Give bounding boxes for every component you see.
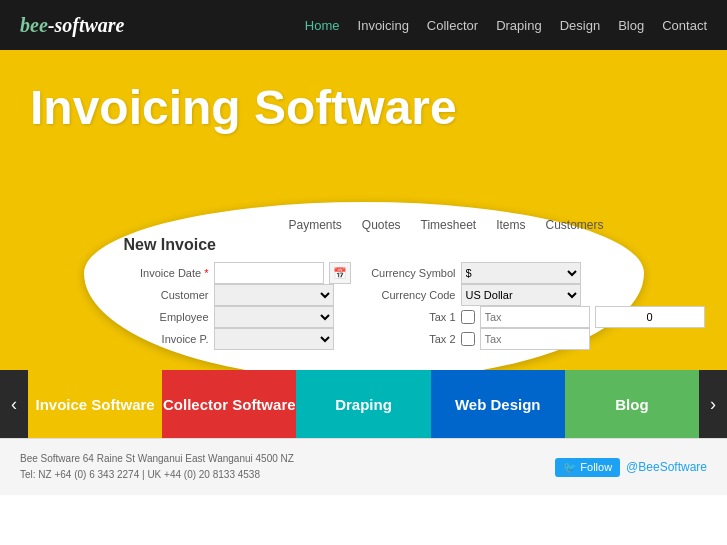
- select-invoice-p[interactable]: [214, 328, 334, 350]
- nav-contact[interactable]: Contact: [662, 18, 707, 33]
- tile-draping[interactable]: Draping: [296, 370, 430, 438]
- tab-timesheet[interactable]: Timesheet: [421, 218, 477, 232]
- logo-bee: bee: [20, 14, 48, 36]
- tile-invoice[interactable]: Invoice Software: [28, 370, 162, 438]
- tile-collector[interactable]: Collector Software: [162, 370, 296, 438]
- tiles-bar: ‹ Invoice Software Collector Software Dr…: [0, 370, 727, 438]
- label-currency-symbol: Currency Symbol: [366, 267, 456, 279]
- select-employee[interactable]: [214, 306, 334, 328]
- bubble-tabs: Payments Quotes Timesheet Items Customer…: [114, 212, 614, 236]
- tab-payments[interactable]: Payments: [289, 218, 342, 232]
- label-currency-code: Currency Code: [366, 289, 456, 301]
- field-invoice-date: Invoice Date * 📅: [119, 262, 351, 284]
- nav-home[interactable]: Home: [305, 18, 340, 33]
- input-invoice-date[interactable]: [214, 262, 324, 284]
- footer-address: Bee Software 64 Raine St Wanganui East W…: [20, 451, 294, 483]
- address-line1: Bee Software 64 Raine St Wanganui East W…: [20, 451, 294, 467]
- select-customer[interactable]: [214, 284, 334, 306]
- label-employee: Employee: [119, 311, 209, 323]
- invoice-form: Invoice Date * 📅 Customer Employee Invoi…: [114, 262, 614, 350]
- address-line2: Tel: NZ +64 (0) 6 343 2274 | UK +44 (0) …: [20, 467, 294, 483]
- tile-webdesign[interactable]: Web Design: [431, 370, 565, 438]
- form-title: New Invoice: [114, 236, 614, 254]
- label-tax2: Tax 2: [366, 333, 456, 345]
- tile-blog[interactable]: Blog: [565, 370, 699, 438]
- nav-draping[interactable]: Draping: [496, 18, 542, 33]
- field-invoice-p: Invoice P.: [119, 328, 351, 350]
- field-tax2: Tax 2: [366, 328, 705, 350]
- select-currency-symbol[interactable]: $: [461, 262, 581, 284]
- form-col-left: Invoice Date * 📅 Customer Employee Invoi…: [119, 262, 351, 350]
- follow-button[interactable]: 🐦 Follow: [555, 458, 620, 477]
- footer: Bee Software 64 Raine St Wanganui East W…: [0, 438, 727, 495]
- field-customer: Customer: [119, 284, 351, 306]
- tab-customers[interactable]: Customers: [545, 218, 603, 232]
- label-tax1: Tax 1: [366, 311, 456, 323]
- checkbox-tax1[interactable]: [461, 310, 475, 324]
- calendar-icon[interactable]: 📅: [329, 262, 351, 284]
- hero-title: Invoicing Software: [0, 50, 727, 145]
- footer-social: 🐦 Follow @BeeSoftware: [555, 458, 707, 477]
- input-tax1-pct[interactable]: [595, 306, 705, 328]
- form-col-right: Currency Symbol $ Currency Code US Dolla…: [366, 262, 705, 350]
- main-nav: Home Invoicing Collector Draping Design …: [305, 18, 707, 33]
- input-tax2[interactable]: [480, 328, 590, 350]
- field-tax1: Tax 1: [366, 306, 705, 328]
- tab-items[interactable]: Items: [496, 218, 525, 232]
- nav-design[interactable]: Design: [560, 18, 600, 33]
- prev-arrow[interactable]: ‹: [0, 370, 28, 438]
- twitter-bird-icon: 🐦: [563, 461, 577, 474]
- bubble-content: Payments Quotes Timesheet Items Customer…: [84, 202, 644, 370]
- select-currency-code[interactable]: US Dollar: [461, 284, 581, 306]
- header: bee-software Home Invoicing Collector Dr…: [0, 0, 727, 50]
- nav-invoicing[interactable]: Invoicing: [358, 18, 409, 33]
- tab-quotes[interactable]: Quotes: [362, 218, 401, 232]
- nav-collector[interactable]: Collector: [427, 18, 478, 33]
- nav-blog[interactable]: Blog: [618, 18, 644, 33]
- next-arrow[interactable]: ›: [699, 370, 727, 438]
- input-tax1[interactable]: [480, 306, 590, 328]
- label-customer: Customer: [119, 289, 209, 301]
- field-currency-symbol: Currency Symbol $: [366, 262, 705, 284]
- checkbox-tax2[interactable]: [461, 332, 475, 346]
- twitter-handle[interactable]: @BeeSoftware: [626, 460, 707, 474]
- field-employee: Employee: [119, 306, 351, 328]
- label-invoice-date: Invoice Date *: [119, 267, 209, 279]
- label-invoice-p: Invoice P.: [119, 333, 209, 345]
- logo-software: software: [54, 14, 124, 36]
- follow-label: Follow: [580, 461, 612, 473]
- logo: bee-software: [20, 14, 124, 37]
- invoice-bubble: Payments Quotes Timesheet Items Customer…: [84, 202, 644, 370]
- hero-section: Invoicing Software Payments Quotes Times…: [0, 50, 727, 370]
- field-currency-code: Currency Code US Dollar: [366, 284, 705, 306]
